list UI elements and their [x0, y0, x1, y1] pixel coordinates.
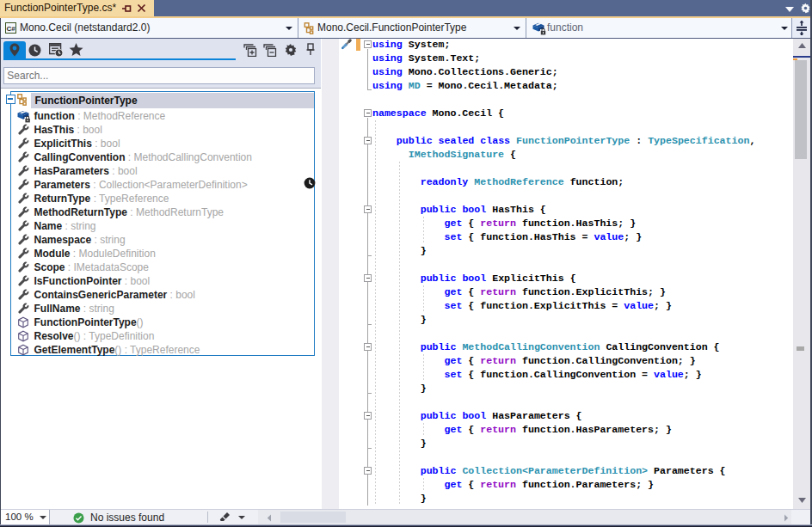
svg-text:C#: C#	[6, 25, 15, 33]
